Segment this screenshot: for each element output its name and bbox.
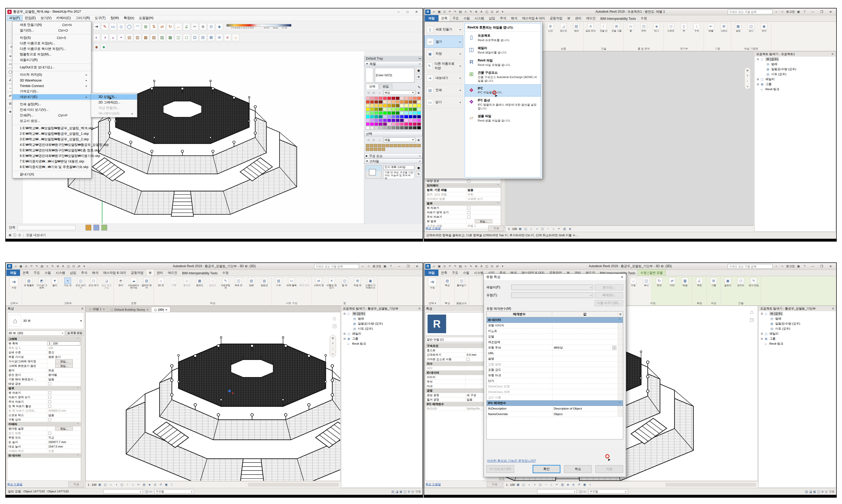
color-swatch[interactable] — [379, 126, 383, 129]
color-swatch[interactable] — [391, 115, 396, 119]
view-control-icon[interactable]: ⟨ — [170, 483, 174, 487]
property-value[interactable]: 좌표 — [47, 368, 81, 372]
toolbar-icon[interactable]: ◫ — [175, 34, 182, 41]
ribbon-button[interactable]: ◔구획 — [168, 277, 180, 287]
property-value[interactable] — [466, 183, 496, 187]
navigation-bar[interactable]: ◉▾⌕▾ — [744, 67, 751, 89]
color-swatch[interactable] — [383, 104, 387, 107]
checkbox[interactable] — [48, 391, 51, 394]
ribbon-tab[interactable]: BIM Interoperability Tools — [598, 16, 638, 21]
menubar-item[interactable]: 그리기(R) — [73, 15, 92, 21]
type-dropdown[interactable]: ∨ — [511, 292, 593, 298]
update-style-icon[interactable]: ↻ — [416, 172, 421, 177]
quick-access-icon[interactable]: ⊕ — [55, 264, 60, 269]
ribbon-tab[interactable]: 시스템 — [472, 15, 487, 21]
expand-icon[interactable]: ⊞ — [761, 312, 764, 315]
search-icon[interactable]: ⌕ — [360, 264, 365, 269]
parameter-row[interactable]: 코드 이름 ∨ — [487, 395, 623, 400]
toolbar-icon[interactable]: ⊞ — [142, 23, 150, 30]
property-value[interactable] — [47, 395, 81, 399]
property-value[interactable] — [466, 210, 501, 214]
property-value[interactable]: 없음 — [47, 377, 81, 381]
toolbar-icon[interactable]: ▤ — [126, 34, 133, 41]
ribbon-tab[interactable]: 뷰 — [146, 269, 154, 276]
view-control-icon[interactable]: ✂ — [557, 227, 561, 231]
ribbon-button[interactable]: ◫붙여넣기 — [455, 277, 468, 287]
tree-item[interactable]: ⊞ ▣ 그룹 — [755, 82, 836, 87]
parameter-value[interactable]: Description of Object∨ — [552, 406, 618, 411]
property-row[interactable]: 분야 좌표 — [7, 368, 81, 373]
color-swatch[interactable] — [379, 100, 383, 104]
ribbon-button[interactable]: ∠측정 — [693, 277, 705, 287]
quick-access-icon[interactable]: ≡ — [463, 10, 468, 14]
checkbox[interactable] — [48, 405, 51, 408]
ribbon-button[interactable]: ▤계단 — [570, 22, 582, 32]
sample-paint-icon[interactable]: ✎ — [416, 86, 423, 89]
material-chip[interactable] — [417, 144, 421, 147]
color-swatch[interactable] — [383, 96, 387, 100]
drawing-area[interactable]: ⟨ ◉▾⌕▾ — [506, 51, 754, 226]
color-swatch[interactable] — [413, 108, 417, 111]
ribbon-button[interactable]: ≡가는 선 — [62, 277, 74, 287]
ribbon-tab[interactable]: 애드인 — [165, 270, 180, 276]
color-swatch[interactable] — [370, 100, 374, 104]
quick-access-icon[interactable]: A — [61, 264, 66, 269]
view-control-icon[interactable]: ◈ — [568, 227, 573, 231]
tree-item[interactable]: ∞ Revit 링크 — [341, 341, 422, 346]
ribbon-tab[interactable]: 뷰 — [565, 15, 573, 21]
ribbon-button[interactable]: ◈태그 — [650, 22, 663, 32]
color-swatch[interactable] — [413, 100, 417, 104]
back-arrow-icon[interactable]: ◁ — [366, 90, 371, 95]
color-swatch[interactable] — [374, 104, 378, 107]
details-arrow-icon[interactable]: ◆ — [416, 90, 421, 95]
toolbar-icon[interactable]: ▧ — [150, 34, 158, 41]
quick-access-icon[interactable]: ⊕ — [474, 10, 478, 14]
minimize-button[interactable]: ─ — [808, 9, 817, 15]
worksets-combo[interactable]: 주모델∨ — [588, 489, 628, 494]
color-swatch[interactable] — [408, 96, 413, 100]
view-scale[interactable]: 1 : 100 — [508, 227, 517, 231]
property-value[interactable]: 편집... — [47, 364, 81, 368]
edit-type-button[interactable]: ⊞유형 편집 — [66, 330, 84, 336]
view-scale[interactable]: 1 : 100 — [88, 483, 97, 486]
property-row[interactable]: 축척 값 1: 100 — [7, 346, 81, 350]
property-row[interactable]: 그래픽 — [7, 337, 81, 341]
parameter-row[interactable]: 유형 이미지 ∨ — [487, 323, 623, 328]
view-control-icon[interactable]: ▥ — [562, 227, 567, 231]
design-option-combo[interactable]: ∨ — [103, 489, 143, 494]
parameter-row[interactable]: 조합 코드 ∨ — [487, 367, 623, 373]
tray-tab[interactable]: 선택 — [366, 84, 379, 89]
forward-arrow-icon[interactable]: ▷ — [372, 138, 376, 142]
ribbon-button[interactable]: ⌂입면도 — [206, 277, 219, 287]
property-row[interactable]: 구획 상자 — [7, 417, 81, 422]
parameter-row[interactable]: 유형 주석 해태상∨ — [487, 345, 623, 350]
material-chip[interactable] — [409, 144, 413, 147]
menubar-item[interactable]: 카메라(C) — [54, 15, 73, 21]
file-menu-item[interactable]: 3D Warehouse — [13, 77, 91, 83]
file-menu-item[interactable] — [13, 33, 91, 35]
editable-only-icon[interactable]: ◫ — [145, 490, 148, 493]
property-value[interactable] — [47, 422, 77, 426]
close-icon[interactable]: ✕ — [103, 308, 105, 311]
ribbon-tab[interactable]: BIM Interoperability Tools — [180, 270, 220, 276]
restore-button[interactable]: ❐ — [817, 264, 826, 269]
property-value[interactable]: 아래쪽 보기 — [466, 197, 501, 201]
toolbar-icon[interactable]: ◈ — [216, 23, 223, 30]
property-row[interactable]: 범위: 상단 레벨 무한 — [426, 192, 501, 197]
view-control-icon[interactable]: ◱ — [521, 483, 526, 487]
material-chip[interactable] — [366, 148, 369, 151]
scrollbar[interactable] — [501, 179, 505, 229]
quick-access-icon[interactable]: ✎ — [469, 10, 473, 14]
parameter-value[interactable]: ∨ — [552, 323, 618, 328]
color-swatch[interactable] — [370, 119, 374, 122]
selected-element-highlight[interactable] — [228, 390, 231, 392]
duplicate-button[interactable]: 복제(D)... — [595, 292, 623, 298]
ribbon-button[interactable]: ◻샤프트 — [665, 22, 677, 32]
color-swatch[interactable] — [383, 126, 387, 129]
expand-icon[interactable]: ⊞ — [757, 83, 760, 86]
minimize-button[interactable]: ─ — [394, 264, 404, 269]
color-swatch[interactable] — [379, 119, 383, 122]
ribbon-button[interactable]: ◻보이드 — [735, 277, 747, 287]
color-swatch[interactable] — [413, 126, 417, 129]
quick-access-icon[interactable]: ⇄ — [495, 10, 499, 14]
